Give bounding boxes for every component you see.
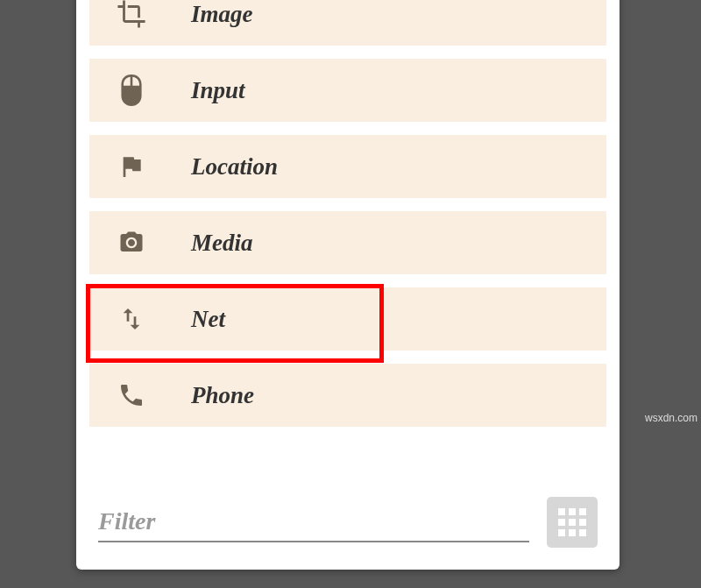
camera-icon	[116, 227, 147, 259]
category-label: Phone	[191, 382, 254, 409]
flag-icon	[116, 151, 147, 182]
category-label: Media	[191, 230, 253, 257]
category-item-location[interactable]: Location	[89, 135, 606, 198]
category-label: Input	[191, 77, 245, 104]
watermark: wsxdn.com	[645, 412, 697, 424]
filter-bar	[76, 479, 620, 570]
filter-input[interactable]	[98, 502, 529, 542]
phone-icon	[116, 379, 147, 411]
mouse-icon	[116, 74, 147, 106]
category-label: Location	[191, 153, 278, 181]
category-item-phone[interactable]: Phone	[89, 364, 606, 427]
category-label: Image	[191, 1, 253, 28]
category-item-media[interactable]: Media	[89, 211, 606, 274]
category-label: Net	[191, 306, 225, 333]
grid-view-button[interactable]	[547, 497, 598, 548]
category-item-input[interactable]: Input	[89, 59, 606, 122]
category-list: Image Input Location	[76, 0, 620, 479]
category-item-image[interactable]: Image	[89, 0, 606, 46]
category-panel: Image Input Location	[76, 0, 620, 570]
grid-icon	[558, 508, 586, 536]
updown-icon	[116, 303, 147, 335]
category-item-net[interactable]: Net	[89, 287, 606, 351]
crop-icon	[116, 0, 147, 30]
